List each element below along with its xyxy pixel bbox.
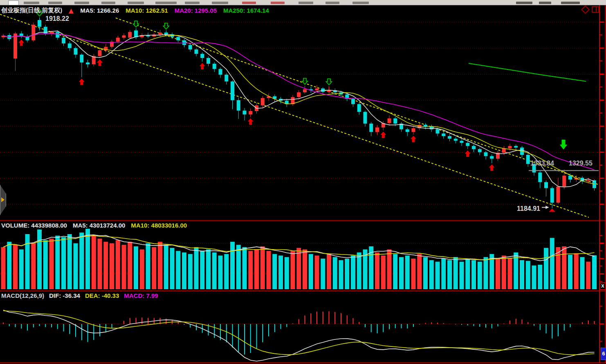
volume-bar (478, 262, 482, 290)
axis-tick (600, 243, 604, 244)
dif-line (3, 310, 595, 361)
red-up-arrow-icon (18, 40, 24, 46)
volume-bar (128, 242, 132, 289)
candle (200, 54, 204, 58)
volume-bar (272, 254, 277, 289)
candle (436, 130, 440, 134)
volume-bar (164, 245, 168, 289)
volume-bar (31, 243, 36, 290)
chart-canvas[interactable] (0, 0, 606, 364)
candle (80, 55, 83, 63)
volume-bar (43, 240, 48, 289)
axis-tick (600, 152, 604, 153)
ma20-label: MA20: 1295.05 (175, 7, 217, 14)
volume-bar (550, 238, 554, 289)
volume-bar (134, 246, 138, 289)
red-up-arrow-icon (489, 164, 495, 171)
volume-bar (411, 259, 416, 289)
axis-tick (600, 125, 604, 127)
diamond-icon[interactable] (581, 5, 590, 13)
candle (484, 152, 488, 156)
volume-bar (447, 260, 452, 289)
volume-bar (291, 251, 295, 289)
volume-bar (7, 242, 11, 289)
axis-tick (600, 341, 602, 342)
candle (364, 112, 367, 124)
volume-bar (544, 248, 548, 289)
volume-bar (399, 257, 404, 289)
volume-bar (1, 247, 6, 289)
volume-bar (285, 257, 289, 289)
volume-bar (182, 252, 186, 289)
volume-bar (176, 251, 180, 289)
axis-tick (600, 60, 602, 61)
volume-bar (502, 256, 506, 290)
volume-bar (381, 256, 386, 290)
axis-tick (600, 258, 604, 259)
axis-tick (600, 47, 604, 49)
volume-bar (98, 239, 102, 289)
volume-bar (471, 260, 476, 289)
candle (56, 32, 59, 38)
volume-bar (562, 246, 566, 289)
volume-bar (592, 255, 597, 289)
expand-arrow-icon (1, 197, 4, 202)
candle (315, 89, 319, 90)
volume-bar (405, 256, 410, 290)
volume-bar (333, 257, 337, 289)
green-down-arrow-icon (302, 78, 308, 85)
volume-bar (586, 262, 590, 290)
candle (508, 146, 512, 148)
corner-badge[interactable]: 6 (601, 348, 606, 360)
ma250-line (469, 63, 586, 81)
price-ma5-line (3, 31, 595, 187)
buy-signal-arrow-icon (69, 9, 74, 13)
axis-tick (600, 235, 602, 236)
candle (176, 37, 180, 40)
volume-bar (194, 247, 199, 289)
main-gridlines (0, 22, 599, 204)
volume-bar (170, 248, 175, 289)
sell-signal-arrow-icon (560, 140, 567, 150)
candle (74, 48, 78, 55)
axis-tick (600, 324, 604, 325)
candle (68, 43, 72, 48)
ma250-label: MA250: 1674.14 (223, 7, 269, 14)
volume-bar (508, 258, 512, 289)
axis-tick (600, 273, 604, 275)
period-low-label: 1184.91 (517, 205, 540, 212)
volume-bar (85, 229, 90, 289)
axis-tick (600, 22, 604, 23)
candle (393, 118, 397, 124)
volume-bar (200, 251, 204, 289)
volume-bar (532, 266, 536, 289)
axis-tick (600, 250, 602, 251)
candle (249, 111, 252, 114)
green-down-arrow-icon (326, 79, 332, 85)
axis-tick (600, 178, 604, 179)
volume-bar (303, 250, 307, 290)
instrument-title: 创业板指(日线.前复权) (1, 7, 62, 14)
candle (31, 25, 35, 40)
candle (586, 180, 590, 181)
price-axis (599, 5, 606, 363)
ma5-label: MA5: 1266.26 (80, 7, 119, 14)
axis-tick (600, 266, 602, 266)
volume-bar (267, 251, 271, 289)
axis-tick (600, 74, 604, 75)
candle (13, 33, 17, 58)
candle (122, 36, 126, 38)
candle (213, 64, 216, 69)
volume-bar (465, 259, 470, 289)
volume-bar (13, 245, 18, 289)
dual-window-icon[interactable] (592, 6, 599, 13)
volume-bar (140, 250, 144, 290)
candle (261, 98, 265, 105)
axis-close-button[interactable]: X (599, 282, 606, 290)
volume-bar (580, 257, 585, 289)
axis-tick (600, 34, 602, 35)
volume-bar (158, 242, 162, 289)
volume-bar (417, 254, 422, 289)
volume-bar (49, 239, 54, 289)
volume-bar (218, 256, 223, 290)
